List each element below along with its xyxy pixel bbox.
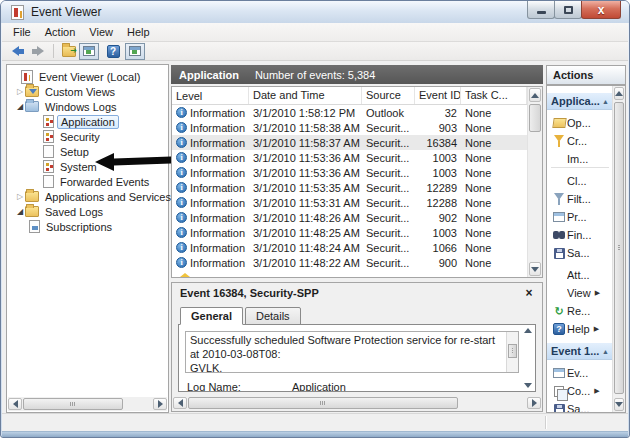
- scroll-up-button[interactable]: [614, 87, 624, 100]
- tree-horizontal-scrollbar[interactable]: [8, 397, 167, 411]
- expander-expanded-icon[interactable]: [15, 207, 25, 216]
- tree-item-system[interactable]: System: [43, 159, 100, 174]
- tree-item-setup[interactable]: Setup: [43, 144, 92, 159]
- scroll-right-button[interactable]: [527, 397, 541, 409]
- list-vertical-scrollbar[interactable]: [527, 87, 542, 277]
- event-row[interactable]: Information 3/1/2010 11:53:36 AM Securit…: [172, 165, 527, 180]
- menu-help[interactable]: Help: [120, 24, 157, 40]
- forward-button[interactable]: [28, 43, 48, 60]
- event-row[interactable]: Information 3/1/2010 11:53:31 AM Securit…: [172, 195, 527, 210]
- event-row[interactable]: Information 3/1/2010 11:53:36 AM Securit…: [172, 150, 527, 165]
- action-help-submenu[interactable]: Help: [547, 320, 613, 338]
- back-button[interactable]: [8, 43, 28, 60]
- event-row[interactable]: Information 3/1/2010 11:53:35 AM Securit…: [172, 180, 527, 195]
- source-cell: Securit...: [362, 227, 415, 239]
- action-open-saved-log[interactable]: Op...: [547, 114, 613, 132]
- action-pane-toggle-button[interactable]: [125, 43, 145, 60]
- event-row[interactable]: Information 3/1/2010 11:58:38 AM Securit…: [172, 120, 527, 135]
- console-tree-toggle-button[interactable]: [79, 43, 99, 60]
- tree-item-subscriptions[interactable]: Subscriptions: [29, 219, 115, 234]
- event-row[interactable]: Information 3/1/2010 11:48:22 AM Securit…: [172, 255, 527, 270]
- scroll-left-button[interactable]: [173, 397, 187, 409]
- preview-close-button[interactable]: [522, 286, 536, 300]
- scroll-left-button[interactable]: [8, 398, 22, 410]
- setup-log-icon: [43, 145, 54, 158]
- tree-item-windows-logs[interactable]: Windows Logs: [15, 99, 120, 114]
- tab-general[interactable]: General: [180, 307, 243, 325]
- tree-item-applications-services-logs[interactable]: Applications and Services Lo: [15, 189, 189, 204]
- scroll-thumb[interactable]: [188, 397, 458, 409]
- scroll-down-icon: [531, 267, 539, 276]
- scroll-down-button[interactable]: [529, 262, 541, 276]
- column-header-task[interactable]: Task C...: [461, 87, 527, 104]
- event-fields: Log Name: Application: [187, 381, 515, 392]
- scroll-down-button[interactable]: [614, 398, 624, 411]
- menu-view[interactable]: View: [82, 24, 120, 40]
- action-save-selected-events[interactable]: Sa...: [547, 400, 613, 413]
- page-scroll-down-button[interactable]: [522, 383, 533, 388]
- tab-details[interactable]: Details: [245, 307, 301, 325]
- close-button[interactable]: x: [581, 1, 621, 19]
- column-header-level[interactable]: Level: [172, 87, 249, 104]
- task-cell: None: [461, 182, 527, 194]
- source-cell: Securit...: [362, 257, 415, 269]
- maximize-button[interactable]: [554, 1, 582, 19]
- column-header-date[interactable]: Date and Time: [249, 87, 362, 104]
- tree-item-application[interactable]: Application: [43, 114, 119, 129]
- action-event-properties[interactable]: Ev...: [547, 364, 613, 382]
- preview-horizontal-scrollbar[interactable]: [173, 396, 541, 410]
- expander-collapsed-icon[interactable]: [15, 87, 25, 96]
- action-find[interactable]: Fin...: [547, 226, 613, 244]
- expander-collapsed-icon[interactable]: [15, 192, 25, 201]
- action-view-submenu[interactable]: View: [547, 284, 613, 302]
- minimize-button[interactable]: [527, 1, 555, 19]
- event-viewer-icon: [21, 70, 33, 84]
- event-row-selected[interactable]: Information 3/1/2010 11:58:37 AM Securit…: [172, 135, 527, 150]
- collapse-section-icon[interactable]: [602, 98, 609, 105]
- expander-expanded-icon[interactable]: [15, 102, 25, 111]
- action-clear-log[interactable]: Cl...: [547, 172, 613, 190]
- actions-vertical-scrollbar[interactable]: [612, 86, 625, 412]
- column-header-eventid[interactable]: Event ID: [415, 87, 461, 104]
- description-scrollbar[interactable]: [506, 332, 518, 372]
- menu-file[interactable]: File: [6, 24, 38, 40]
- actions-section-event[interactable]: Event 1...: [547, 342, 613, 360]
- event-row[interactable]: Information 3/1/2010 1:58:12 PM Outlook …: [172, 105, 527, 120]
- scroll-up-button[interactable]: [529, 88, 541, 102]
- export-log-button[interactable]: [59, 43, 79, 60]
- menubar: File Action View Help: [2, 23, 628, 42]
- collapse-section-icon[interactable]: [602, 348, 609, 355]
- tree-item-custom-views[interactable]: Custom Views: [15, 84, 118, 99]
- saved-logs-folder-icon: [25, 206, 39, 217]
- scroll-right-button[interactable]: [153, 398, 167, 410]
- action-attach-task[interactable]: Att...: [547, 266, 613, 284]
- event-description-box[interactable]: Successfully scheduled Software Protecti…: [185, 331, 519, 373]
- action-copy-submenu[interactable]: Co...: [547, 382, 613, 400]
- action-import-custom-view[interactable]: Im...: [547, 150, 613, 168]
- help-button[interactable]: [103, 43, 123, 60]
- tree-item-event-viewer-local[interactable]: Event Viewer (Local): [21, 69, 143, 84]
- scroll-thumb[interactable]: [23, 398, 123, 410]
- page-scroll-up-button[interactable]: [522, 328, 533, 333]
- action-save-all-events[interactable]: Sa...: [547, 244, 613, 262]
- action-filter-current-log[interactable]: Filt...: [547, 190, 613, 208]
- scroll-thumb[interactable]: [508, 344, 517, 358]
- source-cell: Securit...: [362, 137, 415, 149]
- action-refresh[interactable]: Re...: [547, 302, 613, 320]
- event-row[interactable]: Information 3/1/2010 11:48:24 AM Securit…: [172, 240, 527, 255]
- information-icon: [176, 212, 187, 223]
- menu-action[interactable]: Action: [38, 24, 83, 40]
- scroll-thumb[interactable]: [529, 104, 541, 132]
- column-header-source[interactable]: Source: [362, 87, 415, 104]
- action-properties[interactable]: Pr...: [547, 208, 613, 226]
- event-row[interactable]: Information 3/1/2010 11:48:26 AM Securit…: [172, 210, 527, 225]
- event-row[interactable]: Information 3/1/2010 11:48:25 AM Securit…: [172, 225, 527, 240]
- actions-section-application[interactable]: Applica...: [547, 92, 613, 110]
- tree-item-saved-logs[interactable]: Saved Logs: [15, 204, 106, 219]
- tree-item-security[interactable]: Security: [43, 129, 103, 144]
- scroll-thumb[interactable]: [614, 102, 624, 394]
- app-icon: [11, 5, 24, 20]
- event-description-line2: GVLK.: [190, 361, 504, 373]
- tree-item-forwarded-events[interactable]: Forwarded Events: [43, 174, 152, 189]
- action-create-custom-view[interactable]: Cr...: [547, 132, 613, 150]
